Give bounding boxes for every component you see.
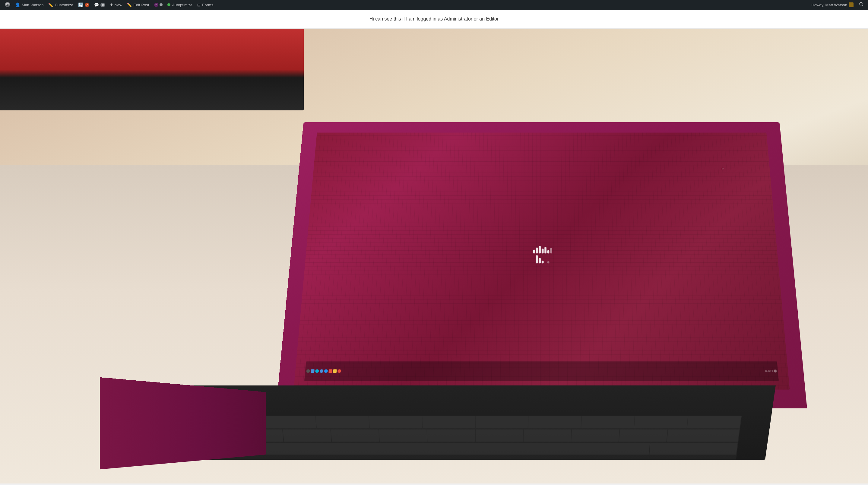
- logo-bar-4: [542, 248, 544, 253]
- tray-time: 06:48: [765, 370, 770, 372]
- yoast-status-dot: [159, 3, 162, 6]
- key: [316, 416, 369, 428]
- svg-point-3: [860, 2, 862, 5]
- logo-bar-6: [548, 250, 550, 254]
- taskbar-icon-2: [311, 369, 315, 373]
- key: [369, 416, 422, 428]
- key: [582, 416, 635, 428]
- message-bar: Hi can see this if I am logged in as Adm…: [0, 10, 868, 29]
- key: [667, 430, 740, 442]
- adminbar-updates[interactable]: 🔄 2: [76, 0, 92, 10]
- autoptimize-status-dot: [167, 3, 170, 6]
- adminbar-forms[interactable]: ⊞ Forms: [195, 0, 216, 10]
- laptop-scene: 06:48: [0, 29, 868, 484]
- key: [476, 430, 523, 442]
- autoptimize-label: Autoptimize: [172, 3, 192, 7]
- adminbar-site-name[interactable]: 👤 Matt Watson: [13, 0, 46, 10]
- logo-bar-1: [533, 250, 535, 253]
- page-wrapper: Hi can see this if I am logged in as Adm…: [0, 10, 868, 484]
- laptop-body: 06:48: [69, 88, 807, 461]
- adminbar-yoast[interactable]: Y: [151, 0, 165, 10]
- laptop-lid: 06:48: [276, 122, 807, 408]
- screen-content: 06:48: [294, 132, 789, 389]
- wordpress-icon: [5, 2, 10, 8]
- logo-bars-row2: [536, 255, 550, 264]
- key: [331, 430, 379, 442]
- taskbar-icon-1: [306, 369, 310, 373]
- key: [649, 443, 738, 455]
- logo-bar-11: [548, 261, 550, 263]
- key: [571, 430, 619, 442]
- key: [379, 430, 427, 442]
- updates-icon: 🔄: [78, 2, 83, 7]
- key: [422, 416, 475, 428]
- forms-label: Forms: [202, 3, 213, 7]
- logo-bar-9: [539, 258, 541, 263]
- edit-post-icon: ✏️: [127, 3, 132, 7]
- adminbar-new[interactable]: + New: [108, 0, 125, 10]
- taskbar-icon-6: [329, 369, 332, 373]
- screen-taskbar: 06:48: [304, 361, 779, 381]
- key: [263, 416, 316, 428]
- new-label: New: [114, 3, 122, 7]
- screen-cursor: [722, 168, 724, 170]
- taskbar-icon-5: [324, 369, 328, 373]
- logo-bars-row1: [533, 246, 552, 254]
- user-avatar: [849, 2, 854, 7]
- laptop-side: [100, 377, 266, 469]
- adminbar-edit-post[interactable]: ✏️ Edit Post: [125, 0, 151, 10]
- customize-icon: ✏️: [48, 3, 53, 7]
- logo-bar-5: [545, 247, 547, 253]
- taskbar-icon-8: [338, 369, 341, 373]
- svg-text:Y: Y: [155, 3, 157, 7]
- key: [634, 416, 688, 428]
- screen-logo: [533, 246, 552, 264]
- edit-post-label: Edit Post: [133, 3, 149, 7]
- taskbar-icon-3: [315, 369, 319, 373]
- svg-line-4: [862, 5, 863, 6]
- taskbar-icon-7: [333, 369, 337, 373]
- logo-bar-2: [536, 248, 538, 253]
- adminbar-howdy[interactable]: Howdy, Matt Watson: [809, 0, 856, 10]
- key: [523, 430, 571, 442]
- yoast-icon: Y: [154, 2, 162, 7]
- key: [687, 416, 741, 428]
- comments-icon: 💬: [94, 3, 99, 7]
- tray-wifi-icon: [771, 370, 773, 372]
- site-name-label: Matt Watson: [22, 3, 43, 7]
- comments-badge: 0: [100, 3, 105, 7]
- howdy-text: Howdy, Matt Watson: [812, 3, 847, 7]
- key: [619, 430, 668, 442]
- screen-bezel: 06:48: [294, 132, 789, 389]
- key-row-3: [212, 442, 738, 455]
- key: [283, 430, 331, 442]
- taskbar-icon-4: [320, 369, 323, 373]
- logo-bar-10: [542, 261, 544, 263]
- person-icon: 👤: [15, 2, 20, 7]
- customize-label: Customize: [55, 3, 73, 7]
- key-row-1: [209, 416, 742, 429]
- adminbar-autoptimize[interactable]: Autoptimize: [165, 0, 195, 10]
- key: [427, 430, 475, 442]
- logo-bar-8: [536, 255, 538, 264]
- keyboard-keys: [209, 416, 742, 460]
- adminbar-right: Howdy, Matt Watson: [809, 0, 866, 10]
- adminbar-comments[interactable]: 💬 0: [92, 0, 108, 10]
- hero-image: 06:48: [0, 29, 868, 484]
- adminbar-left: 👤 Matt Watson ✏️ Customize 🔄 2 💬 0 + New…: [2, 0, 809, 10]
- logo-bar-3: [539, 246, 541, 254]
- key: [213, 443, 650, 455]
- visibility-message: Hi can see this if I am logged in as Adm…: [0, 16, 868, 22]
- new-plus-icon: +: [110, 2, 113, 7]
- forms-icon: ⊞: [197, 3, 200, 7]
- key: [476, 416, 528, 428]
- updates-badge: 2: [85, 3, 90, 7]
- key: [528, 416, 582, 428]
- logo-bar-7: [550, 248, 552, 254]
- admin-bar: 👤 Matt Watson ✏️ Customize 🔄 2 💬 0 + New…: [0, 0, 868, 10]
- search-icon[interactable]: [857, 2, 866, 8]
- adminbar-customize[interactable]: ✏️ Customize: [46, 0, 75, 10]
- tray-settings-icon: [774, 370, 777, 373]
- adminbar-wp-logo[interactable]: [2, 0, 13, 10]
- key-row-2: [210, 429, 740, 443]
